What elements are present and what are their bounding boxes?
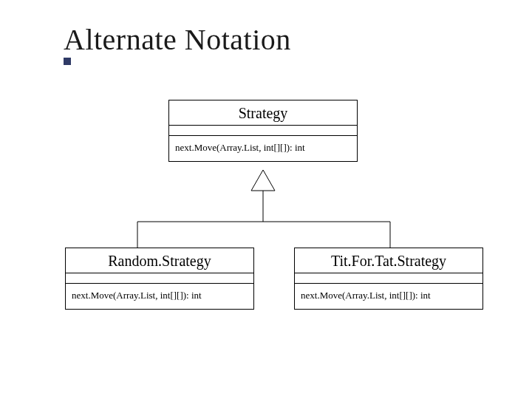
uml-operation: next.Move(Array.List, int[][]): int <box>66 284 253 309</box>
uml-class-tit-for-tat-strategy: Tit.For.Tat.Strategy next.Move(Array.Lis… <box>294 248 483 310</box>
uml-class-name: Random.Strategy <box>66 248 253 273</box>
svg-marker-0 <box>251 170 275 191</box>
uml-attributes-empty <box>66 273 253 284</box>
uml-class-random-strategy: Random.Strategy next.Move(Array.List, in… <box>65 248 254 310</box>
connectors <box>0 0 532 399</box>
uml-class-strategy: Strategy next.Move(Array.List, int[][]):… <box>168 100 358 162</box>
uml-operation: next.Move(Array.List, int[][]): int <box>169 136 357 161</box>
slide-title: Alternate Notation <box>64 22 291 57</box>
uml-class-name: Tit.For.Tat.Strategy <box>295 248 482 273</box>
title-bullet <box>64 58 71 65</box>
uml-attributes-empty <box>295 273 482 284</box>
uml-class-name: Strategy <box>169 100 357 126</box>
uml-attributes-empty <box>169 126 357 136</box>
uml-operation: next.Move(Array.List, int[][]): int <box>295 284 482 309</box>
